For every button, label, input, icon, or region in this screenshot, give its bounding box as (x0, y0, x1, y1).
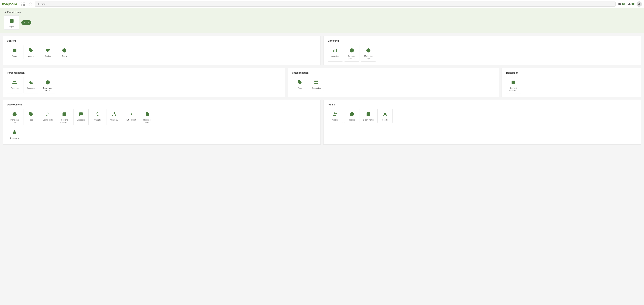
favorites-title: Favorite apps (4, 11, 640, 13)
tasks-button[interactable]: 0 (617, 2, 626, 6)
sample-label: Sample (94, 119, 100, 121)
dev-marketing-tags-icon (12, 111, 18, 117)
app-dev-content-translation[interactable]: Content Translation (57, 109, 72, 125)
content-apps-grid: Pages Assets Stories (7, 45, 316, 59)
app-categories[interactable]: Categories (308, 77, 324, 91)
cache-tools-label: Cache tools (43, 119, 53, 121)
svg-rect-11 (10, 19, 14, 23)
svg-point-24 (47, 82, 48, 83)
stories-icon (45, 47, 51, 53)
ecommerce-label: E-commerce (363, 119, 374, 121)
app-tags[interactable]: Tags (292, 77, 307, 91)
cache-tools-icon (45, 111, 51, 117)
row-development-admin: Development Marketing Tags Tags (1, 98, 643, 146)
segments-icon (28, 79, 34, 85)
campaign-publisher-icon (349, 47, 355, 53)
dev-tags-label: Tags (29, 119, 33, 121)
svg-rect-12 (13, 49, 16, 52)
assets-icon (28, 47, 34, 53)
app-visitors[interactable]: Visitors (328, 109, 343, 123)
categories-label: Categories (312, 87, 321, 89)
app-content-translation[interactable]: Content Translation (506, 77, 521, 94)
logo: magnolia (2, 2, 17, 6)
row-personalisation-categorisation-translation: Personalisation Personas Segments (1, 66, 643, 98)
personalisation-section: Personalisation Personas Segments (3, 68, 285, 97)
app-analytics[interactable]: Analytics (328, 45, 343, 62)
app-feeds[interactable]: Feeds (378, 109, 393, 123)
definitions-label: Definitions (10, 137, 19, 139)
favorites-section: Favorite apps Pages + / − (0, 8, 644, 33)
app-campaign-publisher[interactable]: Campaign publisher (344, 45, 360, 62)
notifications-button[interactable]: 0 (627, 2, 636, 6)
notifications-badge: 0 (632, 3, 634, 5)
app-dev-marketing-tags[interactable]: Marketing Tags (7, 109, 22, 125)
app-rest-client[interactable]: REST Client (123, 109, 138, 125)
feeds-icon (382, 111, 388, 117)
categorisation-section: Categorisation Tags Categories (288, 68, 499, 97)
app-messages[interactable]: Messages (73, 109, 88, 125)
app-cache-tools[interactable]: Cache tools (40, 109, 56, 125)
content-translation-label: Content Translation (507, 87, 520, 92)
svg-rect-28 (316, 83, 318, 84)
main-content: Content Pages Assets (0, 33, 644, 147)
app-assets[interactable]: Assets (24, 45, 39, 59)
svg-point-19 (351, 50, 352, 51)
admin-section-title: Admin (328, 103, 637, 106)
fav-app-pages[interactable]: Pages (4, 15, 19, 30)
content-translation-icon (510, 79, 516, 85)
marketing-section-title: Marketing (328, 39, 637, 42)
apps-grid-button[interactable] (20, 1, 26, 7)
campaign-publisher-label: Campaign publisher (346, 55, 358, 60)
admin-section: Admin Visitors Cookies (323, 100, 641, 145)
marketing-tags-label: Marketing Tags (362, 55, 374, 60)
svg-rect-29 (314, 83, 316, 84)
tours-label: Tours (62, 55, 67, 57)
search-bar[interactable] (35, 1, 616, 6)
svg-point-41 (351, 114, 352, 114)
svg-point-46 (384, 115, 384, 116)
app-stories[interactable]: Stories (40, 45, 56, 59)
app-cookies[interactable]: Cookies (344, 109, 360, 123)
app-ecommerce[interactable]: E-commerce (361, 109, 376, 123)
app-definitions[interactable]: Definitions (7, 127, 22, 141)
preview-visitor-label: Preview as visitor (42, 87, 54, 92)
cookies-label: Cookies (348, 119, 355, 121)
dev-marketing-tags-label: Marketing Tags (8, 119, 21, 124)
app-preview-visitor[interactable]: Preview as visitor (40, 77, 56, 94)
svg-rect-15 (333, 50, 334, 52)
svg-point-10 (639, 3, 640, 4)
svg-rect-2 (23, 2, 24, 3)
svg-point-42 (352, 113, 352, 114)
topbar-actions: 0 0 (617, 1, 642, 7)
app-tours[interactable]: Tours (57, 45, 72, 59)
messages-label: Messages (77, 119, 85, 121)
app-sample[interactable]: Sample (90, 109, 105, 125)
visitors-label: Visitors (332, 119, 338, 121)
sample-icon (94, 111, 100, 117)
user-avatar[interactable] (636, 1, 642, 7)
fav-pages-label: Pages (9, 25, 14, 28)
svg-text:magnolia: magnolia (2, 2, 17, 6)
app-graphql[interactable]: GraphQL (106, 109, 122, 125)
svg-point-22 (13, 81, 15, 82)
categorisation-apps-grid: Tags Categories (292, 77, 494, 91)
favorites-button[interactable] (28, 1, 34, 7)
search-input[interactable] (41, 3, 613, 5)
preview-visitor-icon (45, 79, 51, 85)
app-dev-tags[interactable]: Tags (24, 109, 39, 125)
app-pages[interactable]: Pages (7, 45, 22, 59)
app-personas[interactable]: Personas (7, 77, 22, 94)
categorisation-section-title: Categorisation (292, 71, 494, 74)
tags-icon (296, 79, 303, 85)
svg-rect-16 (335, 49, 336, 52)
analytics-label: Analytics (332, 55, 339, 57)
graphql-label: GraphQL (110, 119, 118, 121)
cookies-icon (349, 111, 355, 117)
tours-icon (61, 47, 68, 53)
add-remove-favorites-button[interactable]: + / − (21, 20, 31, 25)
app-resource-files[interactable]: Resource Files (140, 109, 155, 125)
visitors-icon (332, 111, 338, 117)
app-marketing-tags[interactable]: Marketing Tags (361, 45, 376, 62)
app-segments[interactable]: Segments (24, 77, 39, 94)
stories-label: Stories (45, 55, 51, 57)
